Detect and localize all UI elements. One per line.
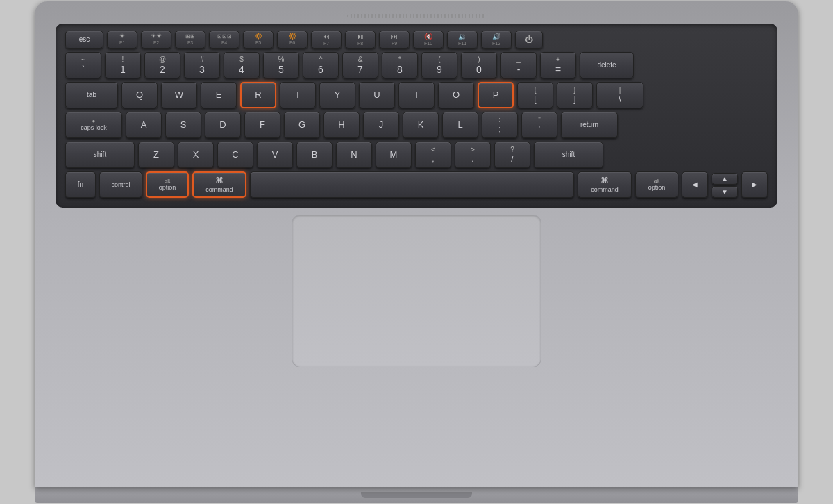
key-bracket-left[interactable]: { [ [517,82,553,108]
qwerty-row: tab Q W E R T Y U I O P { [ } ] [65,82,768,108]
key-minus[interactable]: _ - [500,52,537,78]
key-b[interactable]: B [296,142,333,168]
key-r[interactable]: R [240,82,276,108]
key-n[interactable]: N [336,142,372,168]
key-quote[interactable]: " ' [521,112,557,138]
keyboard: esc ☀ F1 ☀☀ F2 ⊞⊞ F3 ⊡⊡⊡ F4 � [56,24,777,208]
key-f8[interactable]: ⏯ F8 [345,31,376,49]
key-0[interactable]: ) 0 [461,52,497,78]
key-8[interactable]: * 8 [382,52,418,78]
key-l[interactable]: L [442,112,478,138]
key-w[interactable]: W [161,82,197,108]
key-shift-right[interactable]: shift [534,142,603,168]
zxcv-row: shift Z X C V B N M < , > . ? / [65,142,768,168]
key-q[interactable]: Q [121,82,158,108]
key-s[interactable]: S [165,112,201,138]
key-equals[interactable]: + = [540,52,576,78]
key-4[interactable]: $ 4 [224,52,260,78]
key-fn[interactable]: fn [65,171,96,198]
laptop-bottom [35,487,798,503]
key-option-right[interactable]: alt option [635,171,678,198]
key-f[interactable]: F [244,112,280,138]
key-f2[interactable]: ☀☀ F2 [141,31,171,49]
key-arrow-down[interactable]: ▼ [712,186,738,198]
key-1[interactable]: ! 1 [105,52,141,78]
key-f12[interactable]: 🔊 F12 [481,31,512,49]
key-5[interactable]: % 5 [263,52,299,78]
key-control[interactable]: control [99,171,142,198]
key-a[interactable]: A [126,112,162,138]
key-o[interactable]: O [438,82,474,108]
arrow-key-group: ◀ ▲ ▼ ▶ [682,171,768,198]
key-comma[interactable]: < , [415,142,451,168]
key-return[interactable]: return [561,112,618,138]
key-f4[interactable]: ⊡⊡⊡ F4 [209,31,239,49]
key-7[interactable]: & 7 [342,52,378,78]
key-v[interactable]: V [257,142,293,168]
key-j[interactable]: J [363,112,399,138]
asdf-row: ● caps lock A S D F G H J K L : ; " ' [65,112,768,138]
key-f11[interactable]: 🔉 F11 [447,31,478,49]
key-arrow-right[interactable]: ▶ [741,171,768,198]
key-f6[interactable]: 🔆 F6 [277,31,308,49]
key-f5[interactable]: 🔅 F5 [243,31,274,49]
key-power[interactable]: ⏻ [515,31,543,49]
key-period[interactable]: > . [455,142,491,168]
key-2[interactable]: @ 2 [144,52,180,78]
key-x[interactable]: X [178,142,214,168]
key-arrow-left[interactable]: ◀ [682,171,708,198]
speaker-grille [347,14,486,18]
key-bracket-right[interactable]: } ] [557,82,593,108]
key-esc[interactable]: esc [65,31,103,49]
bottom-row: fn control alt option ⌘ command ⌘ comman… [65,171,768,198]
key-space[interactable] [250,171,574,198]
key-caps-lock[interactable]: ● caps lock [65,112,122,138]
bottom-notch [361,492,472,498]
laptop: esc ☀ F1 ☀☀ F2 ⊞⊞ F3 ⊡⊡⊡ F4 � [35,1,798,487]
laptop-body: esc ☀ F1 ☀☀ F2 ⊞⊞ F3 ⊡⊡⊡ F4 � [35,1,798,503]
key-z[interactable]: Z [138,142,174,168]
key-i[interactable]: I [398,82,435,108]
key-3[interactable]: # 3 [184,52,220,78]
trackpad-area [292,208,541,487]
key-h[interactable]: H [323,112,360,138]
arrow-up-down: ▲ ▼ [712,173,738,198]
key-delete[interactable]: delete [580,52,634,78]
key-f7[interactable]: ⏮ F7 [311,31,342,49]
key-backtick[interactable]: ~ ` [65,52,101,78]
key-d[interactable]: D [205,112,241,138]
trackpad[interactable] [292,215,541,367]
fn-row: esc ☀ F1 ☀☀ F2 ⊞⊞ F3 ⊡⊡⊡ F4 � [65,31,768,49]
key-e[interactable]: E [201,82,237,108]
key-option-left[interactable]: alt option [146,171,189,198]
key-m[interactable]: M [376,142,412,168]
key-k[interactable]: K [403,112,439,138]
key-u[interactable]: U [359,82,395,108]
key-shift-left[interactable]: shift [65,142,135,168]
key-f10[interactable]: 🔇 F10 [413,31,444,49]
key-f1[interactable]: ☀ F1 [107,31,137,49]
key-tab[interactable]: tab [65,82,118,108]
key-t[interactable]: T [280,82,316,108]
key-c[interactable]: C [217,142,253,168]
key-f3[interactable]: ⊞⊞ F3 [175,31,205,49]
key-y[interactable]: Y [319,82,355,108]
key-9[interactable]: ( 9 [421,52,457,78]
key-arrow-up[interactable]: ▲ [712,173,738,185]
key-6[interactable]: ^ 6 [303,52,339,78]
key-semicolon[interactable]: : ; [482,112,518,138]
key-command-right[interactable]: ⌘ command [578,171,632,198]
key-command-left[interactable]: ⌘ command [192,171,246,198]
key-p[interactable]: P [478,82,514,108]
key-backslash[interactable]: | \ [596,82,643,108]
key-slash[interactable]: ? / [494,142,530,168]
number-row: ~ ` ! 1 @ 2 # 3 $ 4 [65,52,768,78]
key-g[interactable]: G [284,112,320,138]
key-f9[interactable]: ⏭ F9 [379,31,410,49]
